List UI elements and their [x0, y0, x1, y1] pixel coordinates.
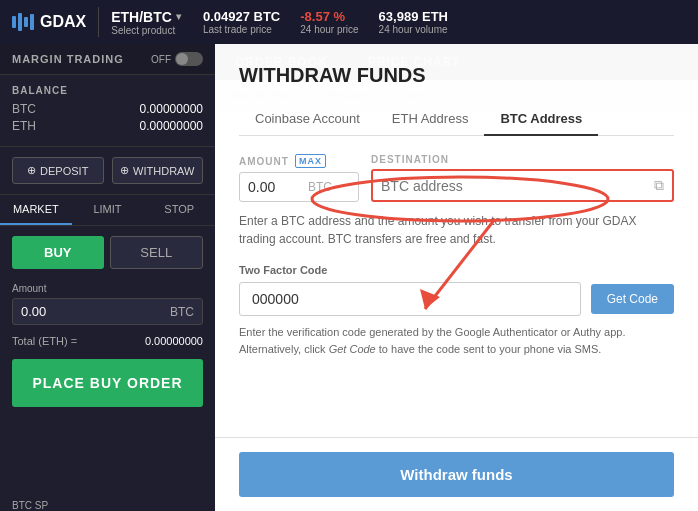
amount-field-label: AMOUNT MAX: [239, 154, 359, 168]
last-trade-value: 0.04927 BTC: [203, 9, 280, 24]
two-factor-label: Two Factor Code: [239, 264, 674, 276]
price-group: 0.04927 BTC Last trade price -8.57 % 24 …: [203, 9, 448, 35]
overlay-inner: WITHDRAW FUNDS Coinbase Account ETH Addr…: [215, 44, 698, 437]
logo-icon: [12, 13, 34, 31]
amount-group: AMOUNT MAX BTC: [239, 154, 359, 202]
eth-balance-row: ETH 0.00000000: [12, 119, 203, 133]
destination-group: DESTINATION ⧉: [371, 154, 674, 202]
order-type-tabs: MARKET LIMIT STOP: [0, 195, 215, 226]
amount-unit: BTC: [170, 305, 194, 319]
get-code-button[interactable]: Get Code: [591, 284, 674, 314]
tab-btc-address[interactable]: BTC Address: [484, 103, 598, 136]
divider: [98, 7, 99, 37]
deposit-icon: ⊕: [27, 164, 36, 177]
two-factor-input[interactable]: [239, 282, 581, 316]
tab-limit[interactable]: LIMIT: [72, 195, 144, 225]
tab-stop[interactable]: STOP: [143, 195, 215, 225]
total-label: Total (ETH) =: [12, 335, 77, 347]
toggle-off-label: OFF: [151, 54, 171, 65]
change-label: 24 hour price: [300, 24, 358, 35]
amount-field[interactable]: [248, 179, 308, 195]
max-tag[interactable]: MAX: [295, 154, 326, 168]
product-selector[interactable]: ETH/BTC ▾ Select product: [111, 9, 181, 36]
deposit-button[interactable]: ⊕ DEPOSIT: [12, 157, 104, 184]
withdraw-title: WITHDRAW FUNDS: [239, 64, 674, 87]
volume-value: 63,989 ETH: [379, 9, 448, 24]
change-value: -8.57 %: [300, 9, 358, 24]
amount-label: Amount: [12, 283, 203, 294]
order-form: Amount BTC Total (ETH) = 0.00000000 PLAC…: [0, 275, 215, 492]
amount-input-wrap: BTC: [239, 172, 359, 202]
tab-coinbase-account[interactable]: Coinbase Account: [239, 103, 376, 136]
btc-amount: 0.00000000: [140, 102, 203, 116]
destination-input[interactable]: [381, 178, 654, 194]
last-trade: 0.04927 BTC Last trade price: [203, 9, 280, 35]
margin-trading-header: MARGIN TRADING OFF: [0, 44, 215, 75]
eth-amount: 0.00000000: [140, 119, 203, 133]
total-value: 0.00000000: [145, 335, 203, 347]
deposit-label: DEPOSIT: [40, 165, 88, 177]
sidebar: MARGIN TRADING OFF BALANCE BTC 0.0000000…: [0, 44, 215, 511]
destination-input-wrap: ⧉: [371, 169, 674, 202]
amount-currency: BTC: [308, 180, 332, 194]
withdraw-icon: ⊕: [120, 164, 129, 177]
amount-input[interactable]: [21, 304, 170, 319]
logo: GDAX: [12, 13, 86, 31]
two-factor-info-text: Enter the verification code generated by…: [239, 324, 674, 357]
tab-market[interactable]: MARKET: [0, 195, 72, 225]
margin-toggle[interactable]: OFF: [151, 52, 203, 66]
top-bar: GDAX ETH/BTC ▾ Select product 0.04927 BT…: [0, 0, 698, 44]
amount-input-row: BTC: [12, 298, 203, 325]
destination-field-label: DESTINATION: [371, 154, 674, 165]
btc-balance-row: BTC 0.00000000: [12, 102, 203, 116]
toggle-thumb: [176, 53, 188, 65]
withdraw-funds-button[interactable]: Withdraw funds: [239, 452, 674, 497]
action-buttons: ⊕ DEPOSIT ⊕ WITHDRAW: [0, 147, 215, 195]
balance-title: BALANCE: [12, 85, 203, 96]
tab-eth-address[interactable]: ETH Address: [376, 103, 485, 136]
margin-trading-label: MARGIN TRADING: [12, 53, 124, 65]
btc-currency: BTC: [12, 102, 36, 116]
withdraw-tabs: Coinbase Account ETH Address BTC Address: [239, 103, 674, 136]
product-sub: Select product: [111, 25, 181, 36]
logo-text: GDAX: [40, 13, 86, 31]
chevron-down-icon: ▾: [176, 11, 181, 22]
eth-currency: ETH: [12, 119, 36, 133]
btc-info-text: Enter a BTC address and the amount you w…: [239, 212, 674, 248]
copy-icon[interactable]: ⧉: [654, 177, 664, 194]
two-factor-row: Get Code: [239, 282, 674, 316]
buy-sell-tabs: BUY SELL: [0, 226, 215, 275]
balance-section: BALANCE BTC 0.00000000 ETH 0.00000000: [0, 75, 215, 147]
last-trade-label: Last trade price: [203, 24, 280, 35]
sell-button[interactable]: SELL: [110, 236, 204, 269]
withdraw-footer: Withdraw funds: [215, 437, 698, 511]
btc-sp-label: BTC SP: [0, 492, 215, 511]
total-row: Total (ETH) = 0.00000000: [12, 335, 203, 347]
withdraw-label: WITHDRAW: [133, 165, 194, 177]
volume-label: 24 hour volume: [379, 24, 448, 35]
24h-change: -8.57 % 24 hour price: [300, 9, 358, 35]
place-buy-order-button[interactable]: PLACE BUY ORDER: [12, 359, 203, 407]
two-factor-section: Two Factor Code Get Code Enter the verif…: [239, 264, 674, 357]
product-name[interactable]: ETH/BTC ▾: [111, 9, 181, 25]
buy-button[interactable]: BUY: [12, 236, 104, 269]
amount-dest-row: AMOUNT MAX BTC DESTINATION ⧉: [239, 154, 674, 202]
toggle-track[interactable]: [175, 52, 203, 66]
withdraw-button[interactable]: ⊕ WITHDRAW: [112, 157, 204, 184]
withdraw-overlay: WITHDRAW FUNDS Coinbase Account ETH Addr…: [215, 44, 698, 511]
24h-volume: 63,989 ETH 24 hour volume: [379, 9, 448, 35]
